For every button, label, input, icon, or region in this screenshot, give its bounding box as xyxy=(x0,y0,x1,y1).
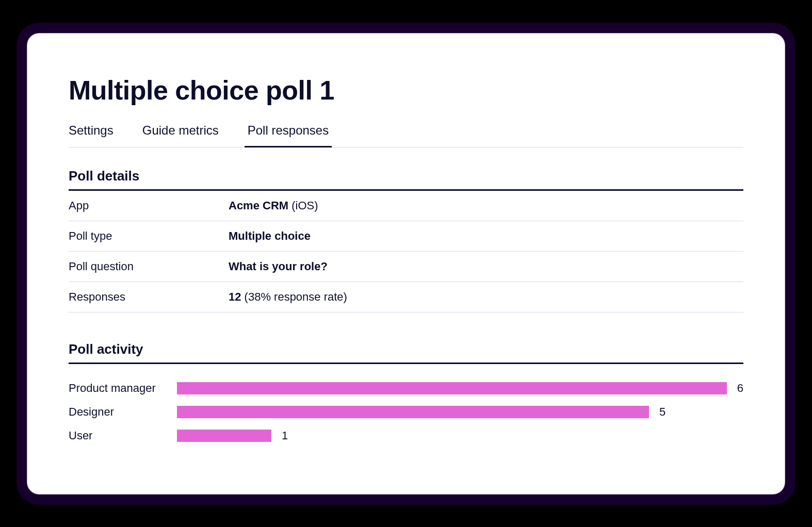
detail-label: Poll question xyxy=(69,251,229,282)
tab-poll-responses[interactable]: Poll responses xyxy=(248,123,329,147)
activity-label: User xyxy=(69,429,177,442)
activity-row: Product manager6 xyxy=(69,376,743,400)
tab-label: Guide metrics xyxy=(142,123,219,137)
detail-value: Multiple choice xyxy=(229,221,743,251)
activity-row: User1 xyxy=(69,424,743,448)
activity-bar-area: 6 xyxy=(177,382,743,395)
section-title-details: Poll details xyxy=(69,168,743,191)
tab-label: Settings xyxy=(69,123,113,137)
poll-detail-card: Multiple choice poll 1 Settings Guide me… xyxy=(27,33,785,495)
detail-value-bold: Acme CRM xyxy=(229,199,288,212)
detail-label: App xyxy=(69,191,229,221)
activity-bar-value: 6 xyxy=(737,382,743,395)
detail-value-bold: Multiple choice xyxy=(229,229,311,242)
details-table: App Acme CRM (iOS) Poll type Multiple ch… xyxy=(69,191,743,312)
activity-bar xyxy=(177,430,271,442)
detail-label: Poll type xyxy=(69,221,229,251)
activity-bar-value: 1 xyxy=(282,429,288,442)
activity-bar-value: 5 xyxy=(659,405,665,419)
activity-label: Product manager xyxy=(69,382,177,395)
detail-value: Acme CRM (iOS) xyxy=(229,191,743,221)
detail-row-type: Poll type Multiple choice xyxy=(69,221,743,251)
poll-details-section: Poll details App Acme CRM (iOS) Poll typ… xyxy=(69,168,743,312)
detail-value-rest: (38% response rate) xyxy=(241,290,347,303)
activity-bar-area: 1 xyxy=(177,429,743,442)
tabs-bar: Settings Guide metrics Poll responses xyxy=(69,123,743,147)
activity-chart: Product manager6Designer5User1 xyxy=(69,364,743,448)
detail-value-bold: What is your role? xyxy=(229,260,328,273)
poll-activity-section: Poll activity Product manager6Designer5U… xyxy=(69,341,743,448)
activity-row: Designer5 xyxy=(69,400,743,424)
detail-row-question: Poll question What is your role? xyxy=(69,251,743,282)
activity-label: Designer xyxy=(69,405,177,419)
tab-guide-metrics[interactable]: Guide metrics xyxy=(142,123,219,147)
tab-label: Poll responses xyxy=(248,123,329,137)
activity-bar xyxy=(177,382,727,394)
activity-bar-area: 5 xyxy=(177,405,743,419)
detail-label: Responses xyxy=(69,282,229,312)
tab-settings[interactable]: Settings xyxy=(69,123,113,147)
detail-value-bold: 12 xyxy=(229,290,241,303)
detail-row-app: App Acme CRM (iOS) xyxy=(69,191,743,221)
detail-value: What is your role? xyxy=(229,251,743,282)
page-title: Multiple choice poll 1 xyxy=(69,75,743,106)
section-title-activity: Poll activity xyxy=(69,341,743,364)
detail-value: 12 (38% response rate) xyxy=(229,282,743,312)
detail-row-responses: Responses 12 (38% response rate) xyxy=(69,282,743,312)
activity-bar xyxy=(177,406,649,418)
detail-value-rest: (iOS) xyxy=(288,199,318,212)
